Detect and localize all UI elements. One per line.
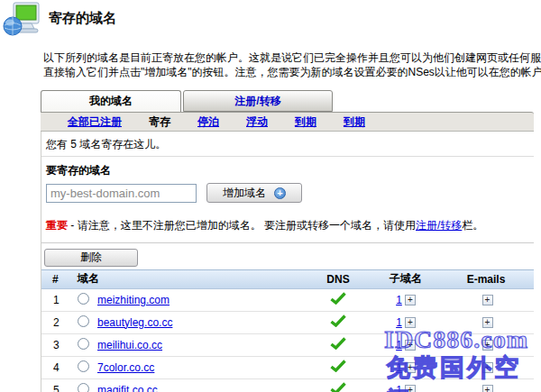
register-transfer-link[interactable]: 注册/转移 bbox=[416, 219, 462, 232]
tab-my-domains[interactable]: 我的域名 bbox=[41, 90, 181, 112]
domain-field-label: 要寄存的域名 bbox=[46, 163, 534, 178]
add-subdomain-plus-icon[interactable]: + bbox=[405, 340, 416, 351]
description-line-1: 以下所列的域名是目前正寄放在您的帐户。这就是说它们已完全操作并且您可以为他们创建… bbox=[43, 50, 541, 65]
dns-ok-check-icon bbox=[330, 382, 346, 392]
add-email-plus-icon[interactable]: + bbox=[482, 385, 493, 392]
subdomain-count-link[interactable]: 1 bbox=[396, 361, 402, 374]
add-domain-form: 要寄存的域名 增加域名 + bbox=[41, 157, 534, 211]
page-title: 寄存的域名 bbox=[49, 10, 116, 27]
subnav: 全部已注册寄存停泊浮动到期到期 bbox=[41, 112, 534, 132]
domain-link[interactable]: 7color.co.cc bbox=[97, 361, 154, 374]
subnav-item-parked: 寄存 bbox=[149, 114, 170, 130]
header-subdomain: 子域名 bbox=[374, 271, 437, 287]
dns-status-cell bbox=[302, 382, 374, 392]
domain-link[interactable]: meilihui.co.cc bbox=[97, 339, 162, 351]
add-domain-button[interactable]: 增加域名 + bbox=[206, 183, 302, 203]
add-subdomain-plus-icon[interactable]: + bbox=[405, 362, 416, 373]
header-number: # bbox=[41, 273, 78, 286]
dns-ok-check-icon bbox=[330, 315, 346, 327]
page-header: 寄存的域名 bbox=[0, 0, 541, 47]
subdomain-count-link[interactable]: 1 bbox=[396, 316, 402, 329]
add-email-plus-icon[interactable]: + bbox=[482, 295, 493, 305]
subdomain-count-link[interactable]: 1 bbox=[396, 294, 402, 306]
dns-status-cell bbox=[302, 292, 374, 307]
dns-ok-check-icon bbox=[330, 360, 346, 372]
description-line-2: 直接输入它们并点击"增加域名"的按钮。注意，您需要为新的域名设置必要的NSes以… bbox=[43, 65, 541, 79]
row-number: 1 bbox=[41, 294, 78, 306]
page-description: 以下所列的域名是目前正寄放在您的帐户。这就是说它们已完全操作并且您可以为他们创建… bbox=[43, 47, 541, 90]
header-emails: E-mails bbox=[437, 273, 535, 286]
table-row: 1 meizhiting.com 1+ + bbox=[41, 289, 534, 312]
subdomain-count-link[interactable]: 1 bbox=[396, 384, 402, 392]
notice-text-after: 栏。 bbox=[462, 219, 483, 232]
important-label: 重要 bbox=[46, 219, 68, 232]
add-email-plus-icon[interactable]: + bbox=[482, 340, 493, 351]
row-number: 3 bbox=[41, 339, 78, 351]
domain-link[interactable]: beautyleg.co.cc bbox=[97, 316, 172, 329]
header-dns: DNS bbox=[302, 273, 374, 286]
delete-row-top: 删除 bbox=[41, 243, 534, 269]
domain-table-header: # 域名 DNS 子域名 E-mails bbox=[41, 269, 534, 289]
domain-link[interactable]: meizhiting.com bbox=[97, 294, 170, 306]
header-domain: 域名 bbox=[78, 271, 302, 287]
domain-input[interactable] bbox=[46, 184, 197, 203]
dns-ok-check-icon bbox=[330, 292, 346, 305]
row-number: 4 bbox=[41, 361, 78, 374]
delete-button-top[interactable]: 删除 bbox=[44, 249, 138, 267]
domain-radio[interactable] bbox=[78, 360, 89, 372]
notice-text-before: - 请注意，这里不注册您已增加的域名。 要注册或转移一个域名，请使用 bbox=[68, 219, 416, 232]
tab-bar: 我的域名 注册/转移 bbox=[41, 90, 541, 112]
subnav-item-floating[interactable]: 浮动 bbox=[246, 114, 268, 130]
table-row: 5 magifit.co.cc 1+ + bbox=[41, 379, 534, 392]
add-email-plus-icon[interactable]: + bbox=[482, 362, 493, 373]
tab-register-transfer[interactable]: 注册/转移 bbox=[183, 90, 333, 112]
add-subdomain-plus-icon[interactable]: + bbox=[405, 385, 416, 392]
table-row: 4 7color.co.cc 1+ + bbox=[41, 357, 534, 379]
domain-radio[interactable] bbox=[78, 338, 89, 350]
dns-status-cell bbox=[302, 360, 374, 375]
row-number: 2 bbox=[41, 316, 78, 329]
parked-domains-app-icon bbox=[3, 2, 42, 38]
subnav-item-parking[interactable]: 停泊 bbox=[197, 114, 219, 130]
table-row: 2 beautyleg.co.cc 1+ + bbox=[41, 312, 534, 334]
table-row: 3 meilihui.co.cc 1+ + bbox=[41, 334, 534, 357]
domain-radio[interactable] bbox=[78, 315, 89, 327]
dns-status-cell bbox=[302, 315, 374, 330]
dns-ok-check-icon bbox=[330, 337, 346, 350]
domain-radio[interactable] bbox=[78, 293, 89, 305]
row-number: 5 bbox=[41, 384, 78, 392]
plus-circle-icon: + bbox=[274, 187, 286, 199]
add-subdomain-plus-icon[interactable]: + bbox=[405, 317, 416, 328]
add-subdomain-plus-icon[interactable]: + bbox=[405, 295, 416, 305]
subnav-item-expiring-2[interactable]: 到期 bbox=[344, 114, 365, 130]
subdomain-count-link[interactable]: 1 bbox=[396, 339, 402, 351]
domain-radio[interactable] bbox=[78, 383, 89, 392]
important-notice: 重要 - 请注意，这里不注册您已增加的域名。 要注册或转移一个域名，请使用注册/… bbox=[41, 211, 534, 243]
domain-table-body: 1 meizhiting.com 1+ + 2 beautyleg.co.cc … bbox=[41, 289, 534, 392]
subnav-item-expiring-1[interactable]: 到期 bbox=[295, 114, 316, 130]
add-email-plus-icon[interactable]: + bbox=[482, 317, 493, 328]
parked-count-text: 您有 5 域名寄存在这儿。 bbox=[41, 132, 534, 157]
subnav-item-all-registered[interactable]: 全部已注册 bbox=[68, 114, 122, 130]
domain-link[interactable]: magifit.co.cc bbox=[97, 384, 158, 392]
add-domain-button-label: 增加域名 bbox=[223, 186, 266, 201]
main-content: 您有 5 域名寄存在这儿。 要寄存的域名 增加域名 + 重要 - 请注意，这里不… bbox=[41, 132, 534, 392]
dns-status-cell bbox=[302, 337, 374, 352]
